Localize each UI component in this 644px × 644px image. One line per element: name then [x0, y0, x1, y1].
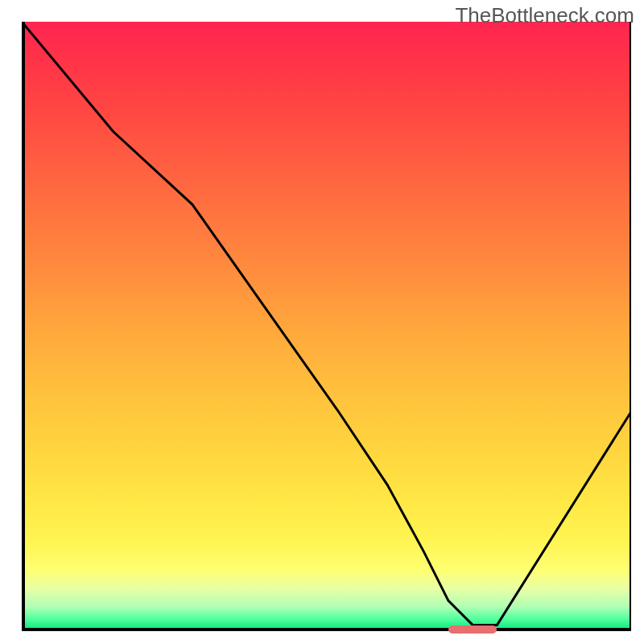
chart-background-gradient: [22, 22, 631, 631]
watermark-text: TheBottleneck.com: [455, 3, 634, 28]
optimal-range-marker: [448, 625, 497, 634]
